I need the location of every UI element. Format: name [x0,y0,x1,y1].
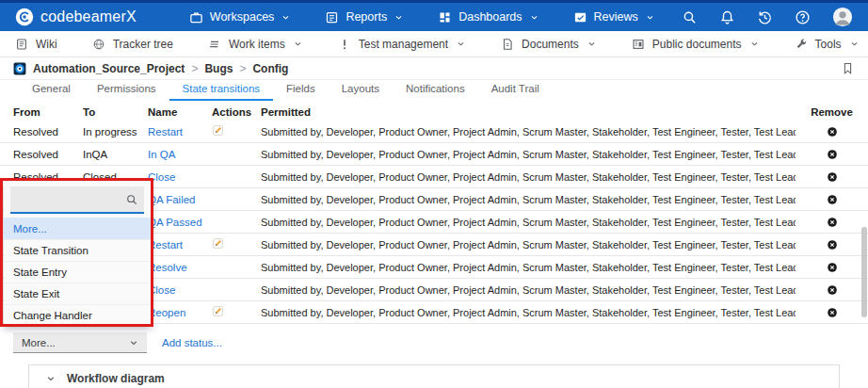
appmenu-reports[interactable]: Reports [325,10,404,24]
name-cell: Restart [148,126,212,137]
history-icon [757,9,773,25]
toolbar-item-wiki[interactable]: Wiki [15,38,57,51]
remove-circle-icon [827,126,838,137]
appmenu-reviews[interactable]: Reviews [573,10,655,24]
dropdown-search-input[interactable] [18,193,125,206]
remove-transition-button[interactable] [827,171,838,183]
search-button[interactable] [682,9,698,25]
remove-transition-button[interactable] [827,239,838,251]
remove-cell [796,239,868,251]
remove-transition-button[interactable] [827,126,838,137]
remove-transition-button[interactable] [827,194,838,205]
to-cell: InQA [83,149,148,160]
name-cell: Close [148,171,212,183]
toolbar: WikiTracker treeWork itemsTest managemen… [0,31,868,57]
breadcrumb-item-bugs[interactable]: Bugs [204,62,233,75]
workflow-diagram-title: Workflow diagram [67,372,165,385]
toolbar-item-public-documents[interactable]: Public documents [632,38,760,51]
tab-state-transitions[interactable]: State transitions [169,80,273,101]
transition-name-link[interactable]: In QA [148,149,175,160]
appmenu-workspaces[interactable]: Workspaces [189,10,292,24]
bell-button[interactable] [719,9,735,25]
edit-action-pencil-icon[interactable] [212,305,224,317]
remove-transition-button[interactable] [827,284,838,296]
dropdown-option-state-transition[interactable]: State Transition [4,239,151,261]
toolbar-item-test-management[interactable]: Test management [338,38,466,51]
dropdown-search-box[interactable] [10,186,144,214]
transition-name-link[interactable]: Close [148,171,175,183]
project-icon [13,62,26,75]
help-button[interactable] [795,9,811,25]
permitted-cell: Submitted by, Developer, Product Owner, … [261,284,796,296]
column-header-permitted: Permitted [261,106,796,118]
chevron-down-icon[interactable] [45,373,56,384]
brand-title: codebeamerX [40,8,137,25]
add-status-link[interactable]: Add status... [162,337,222,348]
tab-audit-trail[interactable]: Audit Trail [478,80,553,101]
remove-transition-button[interactable] [827,217,838,228]
scrollbar-thumb[interactable] [861,227,867,317]
name-cell: QA Passed [148,217,212,228]
remove-transition-button[interactable] [827,149,838,160]
edit-action-pencil-icon[interactable] [212,124,224,137]
toolbar-item-work-items[interactable]: Work items [208,38,303,51]
remove-circle-icon [827,194,838,205]
dropdown-option-more[interactable]: More... [4,218,151,239]
remove-transition-button[interactable] [827,262,838,273]
more-select[interactable]: More... [13,332,147,353]
transition-name-link[interactable]: Close [148,284,175,296]
search-icon [125,193,138,206]
dropdown-option-state-entry[interactable]: State Entry [4,261,151,283]
brand-logo[interactable]: codebeamerX [15,8,137,26]
name-cell: Close [148,284,212,296]
transition-name-link[interactable]: Resolve [148,262,187,273]
avatar[interactable] [832,7,853,27]
chevron-down-icon [281,12,291,23]
remove-cell [796,126,868,137]
review-icon [573,10,587,24]
to-cell: In progress [83,126,148,137]
chevron-down-icon [293,39,303,49]
tab-notifications[interactable]: Notifications [393,80,478,101]
tab-permissions[interactable]: Permissions [84,80,169,101]
bookmark-icon[interactable] [841,61,855,75]
edit-action-pencil-icon[interactable] [212,237,224,250]
transition-name-link[interactable]: QA Passed [148,217,202,228]
dropdown-option-state-exit[interactable]: State Exit [4,283,151,304]
table-header-row: FromToNameActionsPermittedRemove [0,103,868,121]
permitted-cell: Submitted by, Developer, Product Owner, … [261,217,796,228]
name-cell: In QA [148,149,212,160]
remove-transition-button[interactable] [827,307,838,318]
dropdown-option-change-handler[interactable]: Change Handler [4,304,151,326]
wrench-icon [795,38,808,51]
transition-name-link[interactable]: Restart [148,126,183,137]
tab-fields[interactable]: Fields [273,80,329,101]
permitted-cell: Submitted by, Developer, Product Owner, … [261,149,796,160]
transition-name-link[interactable]: Reopen [148,307,185,318]
history-button[interactable] [757,9,773,25]
appmenu-dashboards[interactable]: Dashboards [438,10,538,24]
workflow-diagram-header[interactable]: Workflow diagram [28,364,840,388]
table-footer: More... Add status... [13,332,868,353]
breadcrumb-project-link[interactable]: Automation_Source_Project [33,62,185,75]
from-cell: Resolved [13,126,83,137]
more-select-value: More... [22,337,56,348]
document-icon [501,38,514,51]
tab-layouts[interactable]: Layouts [329,80,393,101]
remove-circle-icon [827,171,838,183]
breadcrumb-item-config[interactable]: Config [252,62,288,75]
toolbar-item-tracker-tree[interactable]: Tracker tree [92,38,173,51]
remove-circle-icon [827,307,838,318]
exclamation-icon [338,38,351,51]
tab-general[interactable]: General [19,80,84,101]
appmenu-label: Reports [346,10,387,24]
remove-cell [796,284,868,296]
appmenu-label: Dashboards [458,10,522,24]
toolbar-item-tools[interactable]: Tools [795,38,860,51]
toolbar-item-documents[interactable]: Documents [501,38,597,51]
column-header-actions: Actions [212,106,261,118]
app-bar-actions [682,7,853,27]
transition-name-link[interactable]: QA Failed [148,194,196,205]
codebeamer-logo-icon [15,8,34,26]
transition-name-link[interactable]: Restart [148,239,183,251]
